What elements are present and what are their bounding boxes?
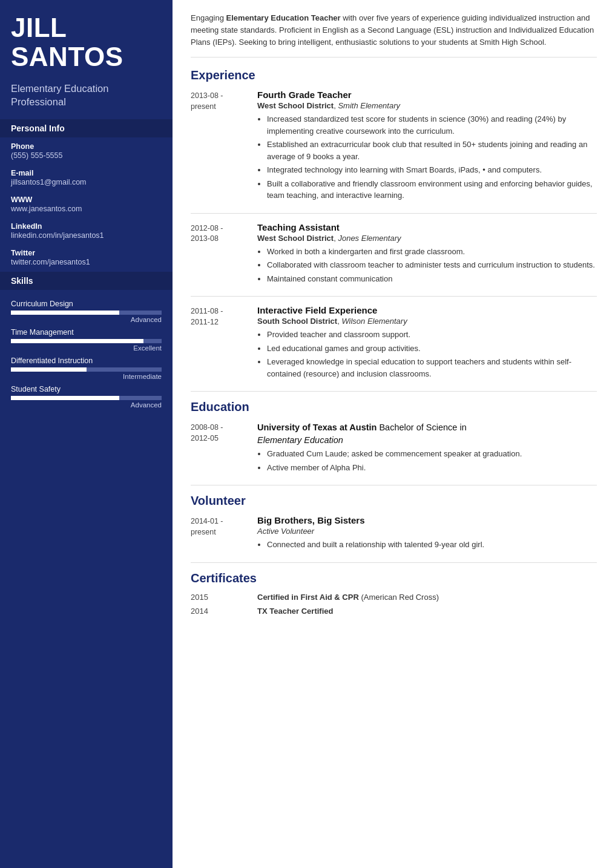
exp-bullets-1: Worked in both a kindergarten and first …: [257, 246, 597, 285]
skills-header: Skills: [0, 272, 173, 290]
email-field: E-mail jillsantos1@gmail.com: [0, 164, 173, 191]
skill-level-2: Intermediate: [11, 373, 162, 380]
skill-bar-0: [11, 311, 162, 315]
sidebar: JILL SANTOS Elementary Education Profess…: [0, 0, 173, 868]
edu-dates-0: 2008-08 -2012-05: [191, 421, 257, 475]
skill-bar-1: [11, 339, 162, 343]
certificates-section: Certificates 2015 Certified in First Aid…: [191, 571, 597, 616]
list-item: Active member of Alpha Phi.: [267, 462, 597, 474]
volunteer-dates-0: 2014-01 -present: [191, 515, 257, 553]
phone-field: Phone (555) 555-5555: [0, 137, 173, 164]
education-title: Education: [191, 400, 597, 414]
exp-title-0: Fourth Grade Teacher: [257, 90, 597, 100]
skill-bar-2: [11, 367, 162, 372]
volunteer-org-0: Big Brothers, Big Sisters: [257, 515, 597, 525]
education-section: Education 2008-08 -2012-05 University of…: [191, 400, 597, 475]
list-item: Worked in both a kindergarten and first …: [267, 246, 597, 258]
list-item: Connected and built a relationship with …: [267, 539, 597, 551]
skills-section: Curriculum Design Advanced Time Manageme…: [0, 290, 173, 416]
exp-dates-1: 2012-08 -2013-08: [191, 222, 257, 287]
experience-section: Experience 2013-08 -present Fourth Grade…: [191, 68, 597, 381]
main-content: Engaging Elementary Education Teacher wi…: [173, 0, 615, 868]
linkedin-field: LinkedIn linkedin.com/in/janesantos1: [0, 217, 173, 244]
volunteer-section: Volunteer 2014-01 -present Big Brothers,…: [191, 494, 597, 553]
cert-desc-0: Certified in First Aid & CPR (American R…: [257, 593, 597, 602]
summary-bold: Elementary Education Teacher: [226, 13, 341, 22]
candidate-title: Elementary Education Professional: [0, 78, 173, 119]
cert-item-0: 2015 Certified in First Aid & CPR (Ameri…: [191, 593, 597, 602]
exp-dates-2: 2011-08 -2011-12: [191, 305, 257, 381]
list-item: Integrated technology into learning with…: [267, 164, 597, 176]
volunteer-bullets-0: Connected and built a relationship with …: [257, 539, 597, 551]
cert-item-1: 2014 TX Teacher Certified: [191, 607, 597, 616]
summary: Engaging Elementary Education Teacher wi…: [191, 12, 597, 58]
cert-year-1: 2014: [191, 607, 257, 616]
exp-org-1: West School District, Jones Elementary: [257, 234, 597, 243]
list-item: Leveraged knowledge in special education…: [267, 356, 597, 380]
skill-name-3: Student Safety: [11, 385, 162, 393]
list-item: Built a collaborative and friendly class…: [267, 178, 597, 202]
cert-desc-1: TX Teacher Certified: [257, 607, 597, 616]
certificates-title: Certificates: [191, 571, 597, 585]
twitter-field: Twitter twitter.com/janesantos1: [0, 244, 173, 271]
exp-title-1: Teaching Assistant: [257, 222, 597, 232]
list-item: Established an extracurricular book club…: [267, 139, 597, 162]
www-field: WWW www.janesantos.com: [0, 191, 173, 217]
list-item: Increased standardized test score for st…: [267, 113, 597, 137]
edu-item-0: 2008-08 -2012-05 University of Texas at …: [191, 421, 597, 475]
exp-dates-0: 2013-08 -present: [191, 90, 257, 203]
exp-content-0: Fourth Grade Teacher West School Distric…: [257, 90, 597, 203]
list-item: Maintained constant communication: [267, 273, 597, 285]
exp-item-2: 2011-08 -2011-12 Interactive Field Exper…: [191, 305, 597, 381]
cert-year-0: 2015: [191, 593, 257, 602]
volunteer-content-0: Big Brothers, Big Sisters Active Volunte…: [257, 515, 597, 553]
volunteer-role-0: Active Volunteer: [257, 527, 597, 536]
list-item: Led educational games and group activiti…: [267, 343, 597, 355]
edu-bullets-0: Graduated Cum Laude; asked be commenceme…: [257, 448, 597, 473]
exp-title-2: Interactive Field Experience: [257, 305, 597, 315]
exp-org-2: South School District, Wilson Elementary: [257, 317, 597, 326]
candidate-name: JILL SANTOS: [0, 0, 173, 78]
exp-content-1: Teaching Assistant West School District,…: [257, 222, 597, 287]
skill-name-0: Curriculum Design: [11, 300, 162, 308]
personal-info-header: Personal Info: [0, 119, 173, 137]
exp-bullets-0: Increased standardized test score for st…: [257, 113, 597, 202]
volunteer-item-0: 2014-01 -present Big Brothers, Big Siste…: [191, 515, 597, 553]
edu-title-0: University of Texas at Austin Bachelor o…: [257, 421, 597, 446]
exp-bullets-2: Provided teacher and classroom support. …: [257, 329, 597, 380]
skill-level-3: Advanced: [11, 401, 162, 409]
experience-title: Experience: [191, 68, 597, 82]
exp-content-2: Interactive Field Experience South Schoo…: [257, 305, 597, 381]
list-item: Provided teacher and classroom support.: [267, 329, 597, 341]
skill-level-0: Advanced: [11, 316, 162, 323]
skill-name-1: Time Management: [11, 328, 162, 337]
exp-item-0: 2013-08 -present Fourth Grade Teacher We…: [191, 90, 597, 203]
list-item: Collaborated with classroom teacher to a…: [267, 259, 597, 271]
volunteer-title: Volunteer: [191, 494, 597, 508]
skill-name-2: Differentiated Instruction: [11, 357, 162, 365]
edu-content-0: University of Texas at Austin Bachelor o…: [257, 421, 597, 475]
exp-item-1: 2012-08 -2013-08 Teaching Assistant West…: [191, 222, 597, 287]
skill-bar-3: [11, 396, 162, 400]
skill-level-1: Excellent: [11, 344, 162, 352]
list-item: Graduated Cum Laude; asked be commenceme…: [267, 448, 597, 460]
exp-org-0: West School District, Smith Elementary: [257, 101, 597, 110]
